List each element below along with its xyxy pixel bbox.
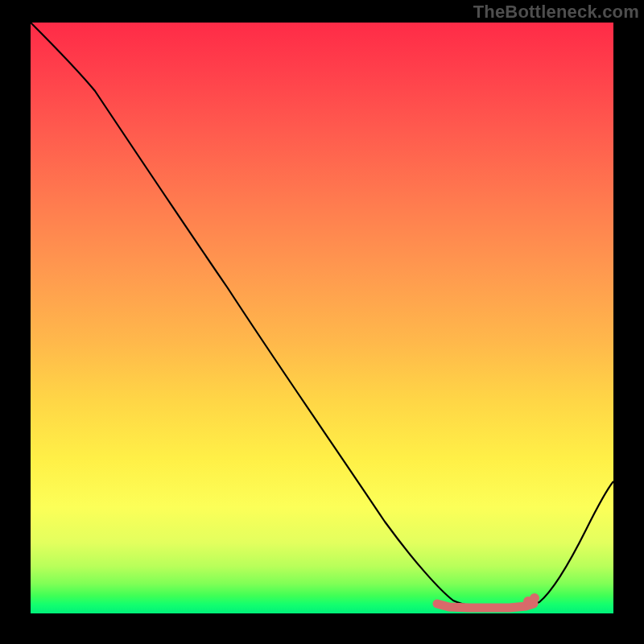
plot-area (31, 23, 613, 613)
marker-dot (530, 593, 539, 603)
chart-svg (31, 23, 613, 613)
watermark-text: TheBottleneck.com (473, 2, 639, 23)
chart-frame: TheBottleneck.com (0, 0, 644, 644)
data-curve (31, 23, 613, 607)
optimal-range-marker (437, 604, 534, 608)
